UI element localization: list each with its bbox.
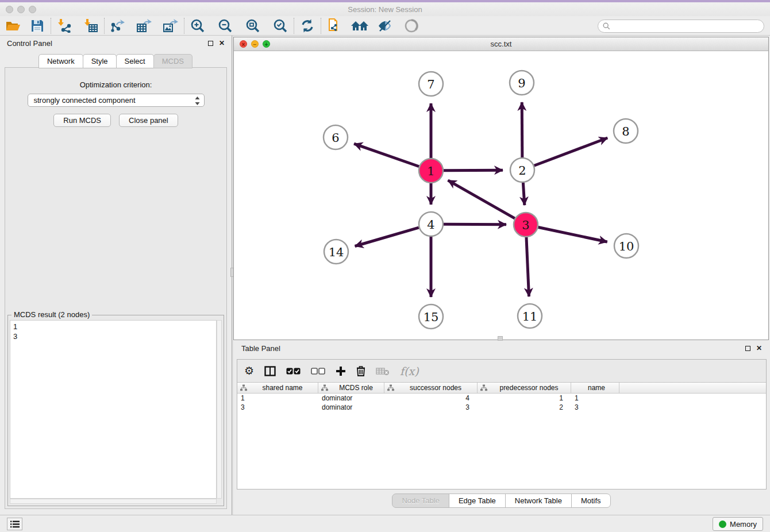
table-settings-button[interactable]: ⚙ xyxy=(244,363,254,379)
open-session-button[interactable] xyxy=(3,17,23,34)
table-panel-title: Table Panel xyxy=(241,344,280,353)
graph-node-7[interactable]: 7 xyxy=(419,72,443,96)
graph-edge-2-8[interactable] xyxy=(534,138,608,165)
close-panel-button[interactable]: Close panel xyxy=(119,114,178,127)
graph-edge-2-9[interactable] xyxy=(522,102,522,157)
hide-selected-button[interactable] xyxy=(375,17,395,34)
tab-node-table[interactable]: Node Table xyxy=(392,494,449,508)
graph-node-9[interactable]: 9 xyxy=(510,71,534,95)
first-neighbors-button[interactable] xyxy=(350,17,369,34)
export-network-icon xyxy=(110,19,125,33)
float-panel-icon[interactable] xyxy=(208,41,213,46)
add-column-button[interactable] xyxy=(336,363,346,379)
cell-predecessor-nodes[interactable]: 1 xyxy=(478,394,571,403)
cell-mcds-role[interactable]: dominator xyxy=(318,403,384,412)
tab-network-table[interactable]: Network Table xyxy=(505,494,572,508)
import-table-button[interactable] xyxy=(81,17,101,34)
graph-node-3[interactable]: 3 xyxy=(514,213,538,237)
horizontal-splitter-grip[interactable] xyxy=(498,336,503,341)
graph-node-10[interactable]: 10 xyxy=(614,234,638,258)
tab-mcds[interactable]: MCDS xyxy=(153,54,192,68)
graph-edge-1-2[interactable] xyxy=(444,170,503,171)
export-image-button[interactable] xyxy=(161,17,180,34)
result-vertical-scrollbar[interactable] xyxy=(217,320,222,499)
graph-edge-2-3[interactable] xyxy=(523,183,524,205)
select-all-button[interactable] xyxy=(286,363,301,379)
table-tabs: Node Table Edge Table Network Table Moti… xyxy=(233,494,770,508)
graph-edge-4-3[interactable] xyxy=(444,224,506,225)
cell-name[interactable]: 3 xyxy=(571,403,619,412)
cell-mcds-role[interactable]: dominator xyxy=(318,394,384,403)
zoom-out-button[interactable] xyxy=(215,17,235,34)
tab-network[interactable]: Network xyxy=(38,54,83,68)
cell-successor-nodes[interactable]: 4 xyxy=(384,394,478,403)
graph-edge-1-6[interactable] xyxy=(354,144,419,167)
cell-predecessor-nodes[interactable]: 2 xyxy=(478,403,571,412)
delete-table-button[interactable] xyxy=(376,363,390,379)
column-header-mcds-role[interactable]: MCDS role xyxy=(318,383,384,393)
table-row[interactable]: 3 dominator 3 2 3 xyxy=(237,403,766,412)
graph-edge-3-11[interactable] xyxy=(526,237,529,296)
graph-node-15[interactable]: 15 xyxy=(419,304,443,329)
network-graph[interactable]: 7968124314101511 xyxy=(234,51,768,340)
graph-node-11[interactable]: 11 xyxy=(518,304,542,328)
save-session-button[interactable] xyxy=(28,17,47,34)
column-header-successor-nodes[interactable]: successor nodes xyxy=(384,383,478,393)
run-mcds-button[interactable]: Run MCDS xyxy=(53,114,111,127)
table-close-panel-icon[interactable]: ✕ xyxy=(756,345,762,352)
graph-node-14[interactable]: 14 xyxy=(324,240,348,264)
import-network-button[interactable] xyxy=(55,17,74,34)
criterion-select[interactable]: strongly connected component xyxy=(28,94,205,107)
tab-style[interactable]: Style xyxy=(83,54,117,68)
result-line: 3 xyxy=(13,332,17,341)
zoom-selected-button[interactable] xyxy=(271,17,290,34)
close-panel-icon[interactable]: ✕ xyxy=(219,40,225,47)
cell-shared-name[interactable]: 3 xyxy=(237,403,318,412)
zoom-selected-icon xyxy=(273,18,288,33)
deselect-all-button[interactable] xyxy=(311,363,325,379)
graph-node-label: 14 xyxy=(329,245,344,259)
show-column-panel-button[interactable] xyxy=(264,363,276,379)
function-builder-button[interactable]: f(x) xyxy=(400,363,419,379)
export-table-button[interactable] xyxy=(134,17,154,34)
network-window-titlebar[interactable]: × − + scc.txt xyxy=(234,37,768,51)
network-canvas[interactable]: 7968124314101511 xyxy=(234,51,768,340)
search-icon xyxy=(603,22,610,30)
graph-node-8[interactable]: 8 xyxy=(614,119,638,143)
tab-edge-table[interactable]: Edge Table xyxy=(449,494,506,508)
column-header-predecessor-nodes[interactable]: predecessor nodes xyxy=(478,383,571,393)
cell-shared-name[interactable]: 1 xyxy=(237,394,318,403)
search-input[interactable] xyxy=(613,22,764,30)
graph-node-1[interactable]: 1 xyxy=(419,159,443,183)
graph-node-6[interactable]: 6 xyxy=(324,125,348,149)
tab-select[interactable]: Select xyxy=(116,54,154,68)
graph-edge-3-10[interactable] xyxy=(538,228,607,242)
graph-node-label: 10 xyxy=(619,240,634,253)
memory-button[interactable]: Memory xyxy=(713,517,763,531)
show-all-button[interactable] xyxy=(402,17,421,34)
graph-node-2[interactable]: 2 xyxy=(510,158,534,182)
show-task-history-button[interactable] xyxy=(7,518,22,530)
column-header-shared-name[interactable]: shared name xyxy=(237,383,318,393)
result-horizontal-scrollbar[interactable] xyxy=(10,499,217,504)
clone-network-button[interactable] xyxy=(325,17,344,34)
result-line: 1 xyxy=(13,322,17,331)
delete-column-button[interactable] xyxy=(356,363,365,379)
graph-node-4[interactable]: 4 xyxy=(419,212,443,236)
cell-name[interactable]: 1 xyxy=(571,394,619,403)
column-header-name[interactable]: name xyxy=(571,383,619,393)
apply-layout-button[interactable] xyxy=(298,17,317,34)
graph-edge-3-1[interactable] xyxy=(448,180,515,218)
tab-motifs[interactable]: Motifs xyxy=(571,494,611,508)
mcds-result-text[interactable]: 1 3 xyxy=(10,320,217,499)
export-network-button[interactable] xyxy=(108,17,128,34)
graph-edge-4-14[interactable] xyxy=(355,228,419,246)
zoom-fit-button[interactable] xyxy=(243,17,263,34)
cell-successor-nodes[interactable]: 3 xyxy=(384,403,478,412)
zoom-in-button[interactable] xyxy=(188,17,207,34)
table-float-panel-icon[interactable] xyxy=(745,346,750,351)
search-field[interactable] xyxy=(598,20,764,33)
criterion-selected-value: strongly connected component xyxy=(34,96,136,105)
table-row[interactable]: 1 dominator 4 1 1 xyxy=(237,394,766,403)
table-toolbar: ⚙ f(x) xyxy=(237,360,766,383)
